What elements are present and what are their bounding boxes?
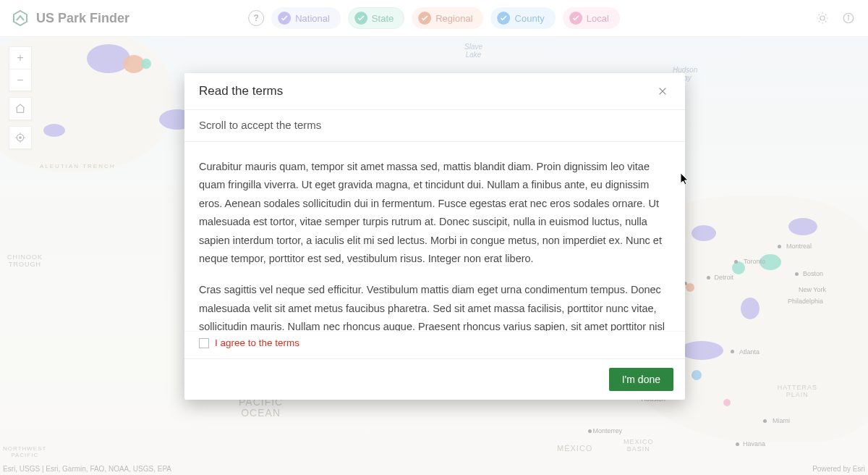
- agree-checkbox[interactable]: [199, 338, 209, 348]
- done-button[interactable]: I'm done: [609, 368, 673, 391]
- terms-paragraph: Curabitur mauris quam, tempor sit amet m…: [199, 158, 665, 268]
- dialog-title: Read the terms: [199, 84, 283, 98]
- dialog-subtitle: Scroll to accept the terms: [184, 110, 685, 142]
- dialog-close-button[interactable]: [655, 83, 671, 99]
- dialog-scroll-body[interactable]: Curabitur mauris quam, tempor sit amet m…: [184, 142, 685, 331]
- agree-label: I agree to the terms: [215, 337, 299, 348]
- terms-dialog: Read the terms Scroll to accept the term…: [184, 73, 685, 400]
- terms-paragraph: Cras sagittis vel neque sed efficitur. V…: [199, 281, 665, 331]
